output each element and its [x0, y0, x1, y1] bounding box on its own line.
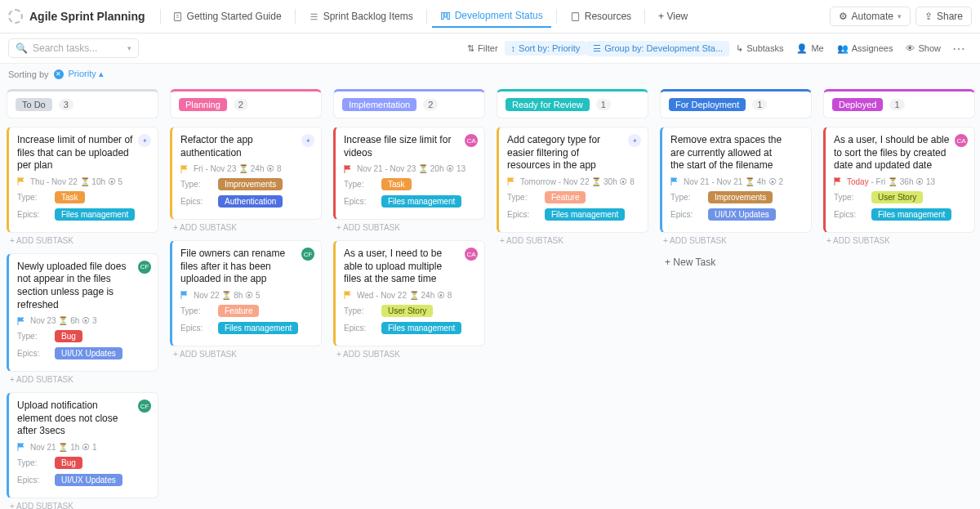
add-subtask-link[interactable]: + ADD SUBTASK	[497, 236, 648, 245]
task-card[interactable]: CAAs a user, I need to be able to upload…	[333, 240, 485, 346]
share-button[interactable]: ⇪ Share	[915, 7, 972, 26]
task-card[interactable]: CAAs a user, I should be able to sort th…	[823, 127, 975, 233]
assignees-chip[interactable]: 👥Assignees	[831, 41, 900, 56]
add-subtask-link[interactable]: + ADD SUBTASK	[333, 223, 485, 232]
tab-getting-started[interactable]: Getting Started Guide	[164, 6, 290, 27]
doc-icon	[172, 11, 183, 22]
type-field: Type:Improvements	[670, 191, 803, 203]
epic-tag[interactable]: Files management	[218, 322, 298, 334]
tab-label: Getting Started Guide	[187, 11, 282, 22]
epics-field: Epics:Files management	[344, 195, 476, 208]
share-icon: ⇪	[924, 11, 933, 22]
assignee-avatar[interactable]: ✦	[138, 134, 151, 147]
type-tag[interactable]: Improvements	[218, 178, 283, 190]
field-label: Epics:	[17, 476, 45, 484]
epic-tag[interactable]: Files management	[55, 208, 135, 221]
epic-tag[interactable]: UI/UX Updates	[55, 474, 122, 486]
add-subtask-link[interactable]: + ADD SUBTASK	[660, 236, 812, 245]
card-title: Increase limit of number of files that c…	[17, 134, 149, 172]
new-task-button[interactable]: + New Task	[660, 253, 812, 271]
clear-sort-icon[interactable]: ✕	[54, 69, 64, 79]
epic-tag[interactable]: UI/UX Updates	[708, 208, 776, 221]
svg-rect-0	[174, 12, 180, 20]
add-subtask-link[interactable]: + ADD SUBTASK	[7, 502, 158, 509]
field-label: Epics:	[17, 210, 45, 219]
me-chip[interactable]: 👤Me	[790, 41, 830, 56]
add-view[interactable]: + View	[650, 6, 696, 27]
tab-backlog[interactable]: Sprint Backlog Items	[301, 6, 421, 27]
type-tag[interactable]: User Story	[381, 305, 433, 317]
type-tag[interactable]: User Story	[871, 191, 923, 203]
task-card[interactable]: ✦Increase limit of number of files that …	[7, 127, 158, 233]
epic-tag[interactable]: UI/UX Updates	[55, 347, 122, 359]
search-input[interactable]: 🔍 Search tasks... ▾	[8, 38, 139, 58]
type-tag[interactable]: Bug	[55, 330, 82, 342]
type-tag[interactable]: Bug	[55, 457, 82, 469]
assignee-avatar[interactable]: CF	[138, 261, 151, 274]
task-card[interactable]: CFUpload notification element does not c…	[7, 392, 158, 498]
column-header[interactable]: Planning2	[170, 89, 322, 118]
type-tag[interactable]: Feature	[218, 305, 259, 317]
add-subtask-link[interactable]: + ADD SUBTASK	[333, 350, 485, 359]
more-menu[interactable]: ⋯	[947, 41, 972, 56]
flag-icon	[17, 317, 25, 325]
group-chip[interactable]: ☰Group by: Development Sta...	[586, 41, 729, 56]
add-subtask-link[interactable]: + ADD SUBTASK	[7, 236, 158, 245]
card-title: Upload notification element does not clo…	[17, 400, 149, 438]
column: Planning2✦Refactor the app authenticatio…	[170, 89, 322, 509]
task-card[interactable]: ✦Refactor the app authenticationFri - No…	[170, 127, 322, 220]
column-header[interactable]: Implementation2	[333, 89, 485, 118]
epic-tag[interactable]: Authentication	[218, 195, 283, 208]
add-subtask-link[interactable]: + ADD SUBTASK	[170, 350, 322, 359]
meta-text: Thu - Nov 22 ⏳ 10h ⦿ 5	[30, 177, 122, 186]
show-chip[interactable]: 👁Show	[899, 41, 947, 56]
type-tag[interactable]: Task	[55, 191, 85, 203]
add-subtask-link[interactable]: + ADD SUBTASK	[170, 223, 322, 232]
tab-label: Development Status	[455, 10, 543, 21]
epics-field: Epics:UI/UX Updates	[17, 347, 149, 359]
assignee-avatar[interactable]: ✦	[628, 134, 641, 147]
assignee-avatar[interactable]: CA	[465, 134, 478, 147]
subtasks-chip[interactable]: ↳Subtasks	[729, 41, 790, 56]
task-card[interactable]: ✦Add category type for easier filtering …	[497, 127, 648, 233]
divider	[160, 9, 161, 24]
epics-field: Epics:Files management	[344, 322, 476, 334]
column-header[interactable]: Deployed1	[823, 89, 975, 118]
epic-tag[interactable]: Files management	[381, 322, 461, 334]
card-title: Increase file size limit for videos	[344, 134, 476, 159]
type-field: Type:Feature	[180, 305, 313, 317]
epics-field: Epics:Files management	[17, 208, 149, 221]
sort-field[interactable]: Priority ▴	[69, 69, 104, 79]
type-tag[interactable]: Task	[381, 178, 412, 190]
meta-text: Wed - Nov 22 ⏳ 24h ⦿ 8	[357, 291, 452, 300]
field-label: Type:	[17, 458, 45, 467]
epic-tag[interactable]: Files management	[381, 195, 461, 208]
sort-icon: ↕	[511, 43, 516, 53]
column-header[interactable]: For Deployment1	[660, 89, 812, 118]
add-subtask-link[interactable]: + ADD SUBTASK	[7, 375, 158, 384]
add-subtask-link[interactable]: + ADD SUBTASK	[823, 236, 975, 245]
epic-tag[interactable]: Files management	[871, 208, 951, 221]
task-card[interactable]: CFFile owners can rename files after it …	[170, 240, 322, 346]
epic-tag[interactable]: Files management	[545, 208, 625, 221]
task-card[interactable]: CAIncrease file size limit for videosNov…	[333, 127, 485, 220]
flag-icon	[670, 177, 679, 185]
filter-chip[interactable]: ⇅Filter	[461, 41, 504, 56]
type-tag[interactable]: Improvements	[708, 191, 773, 203]
sort-chip[interactable]: ↕Sort by: Priority	[505, 41, 587, 56]
task-card[interactable]: Remove extra spaces the are currently al…	[660, 127, 812, 233]
assignee-avatar[interactable]: CA	[955, 134, 968, 147]
tab-resources[interactable]: Resources	[562, 6, 639, 27]
person-icon: 👤	[796, 43, 808, 54]
task-card[interactable]: CFNewly uploaded file does not appear in…	[7, 253, 158, 372]
tab-dev-status[interactable]: Development Status	[432, 5, 551, 28]
assignee-avatar[interactable]: ✦	[301, 134, 314, 147]
card-title: As a user, I should be able to sort the …	[834, 134, 966, 172]
type-tag[interactable]: Feature	[545, 191, 586, 203]
eye-icon: 👁	[906, 43, 915, 53]
column-header[interactable]: To Do3	[7, 89, 158, 118]
automate-button[interactable]: ⚙ Automate ▾	[830, 7, 911, 26]
column-header[interactable]: Ready for Review1	[497, 89, 648, 118]
count-badge: 2	[423, 99, 438, 110]
flag-icon	[344, 291, 352, 299]
